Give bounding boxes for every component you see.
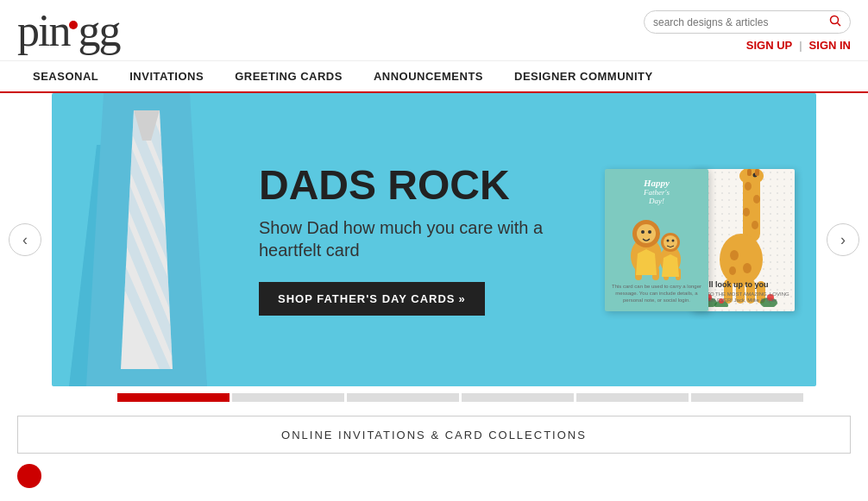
cards-area: Happy Father's Day! — [592, 93, 816, 386]
banner: DADS ROCK Show Dad how much you care wit… — [52, 93, 816, 386]
header-right: SIGN UP | SIGN IN — [644, 10, 851, 52]
lions-illustration — [613, 206, 700, 284]
nav-link-designer-community[interactable]: DESIGNER COMMUNITY — [499, 61, 669, 91]
svg-point-36 — [752, 221, 758, 229]
card1: Happy Father's Day! — [605, 169, 708, 311]
nav-link-seasonal[interactable]: SEASONAL — [17, 61, 114, 91]
logo[interactable]: pingg — [17, 9, 119, 53]
svg-point-40 — [729, 266, 736, 275]
tie-wrapper — [52, 93, 242, 386]
svg-point-39 — [743, 263, 752, 273]
slide-dot-1[interactable] — [117, 393, 230, 402]
svg-point-16 — [648, 230, 651, 234]
header: pingg SIGN UP | SIGN IN — [0, 0, 868, 61]
logo-dot — [69, 21, 78, 29]
banner-text: DADS ROCK Show Dad how much you care wit… — [242, 147, 592, 333]
slide-dot-5[interactable] — [576, 393, 689, 402]
svg-point-37 — [720, 234, 763, 285]
svg-marker-27 — [662, 254, 679, 277]
auth-links: SIGN UP | SIGN IN — [746, 39, 851, 52]
card1-bottom-text: This card can be used to carry a longer … — [605, 284, 708, 304]
nav-item-greeting-cards[interactable]: GREETING CARDS — [219, 61, 358, 91]
nav-item-seasonal[interactable]: SEASONAL — [17, 61, 114, 91]
svg-point-35 — [743, 208, 750, 216]
search-bar[interactable] — [644, 10, 851, 34]
bottom-icon-circle — [17, 464, 41, 488]
banner-next-button[interactable]: › — [827, 223, 859, 256]
auth-divider: | — [799, 39, 802, 52]
logo-text: pin — [17, 6, 69, 55]
slide-dot-3[interactable] — [347, 393, 459, 402]
nav-link-greeting-cards[interactable]: GREETING CARDS — [219, 61, 358, 91]
tie-svg — [52, 93, 242, 386]
card2-sub-text: DAY TO THE MOST AMAZING, LOVING FATHER E… — [695, 291, 790, 304]
svg-rect-32 — [755, 169, 759, 176]
signin-link[interactable]: SIGN IN — [809, 39, 851, 52]
svg-line-1 — [838, 23, 841, 27]
logo-text-2: g — [78, 6, 98, 55]
banner-prev-button[interactable]: ‹ — [9, 223, 41, 256]
nav-item-designer-community[interactable]: DESIGNER COMMUNITY — [499, 61, 669, 91]
slide-dot-6[interactable] — [691, 393, 803, 402]
svg-point-24 — [672, 240, 675, 242]
search-button[interactable] — [829, 15, 841, 29]
svg-point-33 — [745, 182, 752, 191]
svg-point-0 — [831, 16, 839, 24]
search-input[interactable] — [653, 16, 829, 28]
svg-point-38 — [730, 250, 739, 260]
card2-big-text: I still look up to you — [695, 280, 790, 290]
banner-headline: DADS ROCK — [259, 165, 583, 206]
banner-cta-button[interactable]: SHOP FATHER'S DAY CARDS — [259, 282, 485, 316]
slide-dot-4[interactable] — [462, 393, 574, 402]
svg-point-34 — [753, 195, 760, 204]
banner-subtext: Show Dad how much you care with a heartf… — [259, 216, 583, 261]
slide-dot-2[interactable] — [232, 393, 344, 402]
nav-link-invitations[interactable]: INVITATIONS — [114, 61, 219, 91]
nav-item-invitations[interactable]: INVITATIONS — [114, 61, 219, 91]
nav-item-announcements[interactable]: ANNOUNCEMENTS — [358, 61, 499, 91]
search-icon — [829, 15, 841, 27]
collections-label: ONLINE INVITATIONS & CARD COLLECTIONS — [281, 429, 587, 442]
logo-g2: g — [98, 6, 119, 55]
svg-rect-31 — [747, 169, 752, 176]
svg-point-23 — [667, 240, 670, 242]
bottom-section: ONLINE INVITATIONS & CARD COLLECTIONS — [17, 416, 851, 454]
tie-illustration — [52, 93, 242, 386]
slide-indicators — [0, 386, 868, 407]
bottom-strip — [0, 457, 868, 495]
nav-link-announcements[interactable]: ANNOUNCEMENTS — [358, 61, 499, 91]
card2-text: I still look up to you DAY TO THE MOST A… — [695, 280, 790, 304]
card1-top-text: Happy Father's Day! — [605, 178, 708, 205]
nav-list: SEASONAL INVITATIONS GREETING CARDS ANNO… — [17, 61, 851, 91]
signup-link[interactable]: SIGN UP — [746, 39, 792, 52]
svg-marker-19 — [636, 249, 657, 275]
main-nav: SEASONAL INVITATIONS GREETING CARDS ANNO… — [0, 61, 868, 93]
banner-container: ‹ — [0, 93, 868, 386]
svg-point-15 — [641, 230, 645, 234]
